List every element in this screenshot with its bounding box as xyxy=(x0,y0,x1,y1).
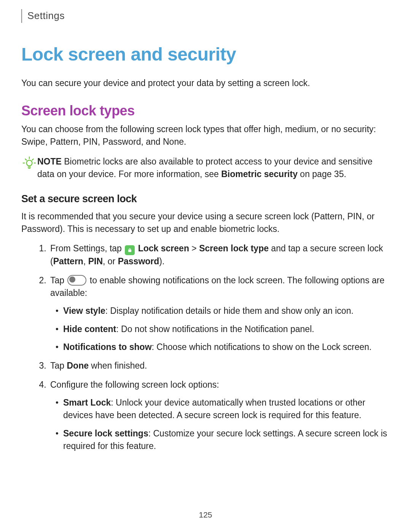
step4-a: Configure the following screen lock opti… xyxy=(50,380,219,390)
list-item: Secure lock settings: Customize your sec… xyxy=(63,427,390,453)
step1-password: Password xyxy=(118,256,159,266)
step1-pin: PIN xyxy=(88,256,103,266)
lightbulb-icon xyxy=(21,155,37,169)
breadcrumb-container: Settings xyxy=(21,9,390,23)
step1-c: > xyxy=(189,243,199,253)
opt-label: View style xyxy=(63,306,105,316)
subsection-heading: Set a secure screen lock xyxy=(21,192,390,206)
lock-icon xyxy=(125,245,135,255)
step1-k: ). xyxy=(159,256,164,266)
list-item: View style: Display notification details… xyxy=(63,305,390,317)
subsection-desc: It is recommended that you secure your d… xyxy=(21,210,390,236)
step1-i: , or xyxy=(103,256,118,266)
step3-done: Done xyxy=(67,361,89,371)
step-3: Tap Done when finished. xyxy=(49,359,390,372)
section-desc: You can choose from the following screen… xyxy=(21,123,390,149)
list-item: Hide content: Do not show notifications … xyxy=(63,323,390,335)
opt-desc: : Do not show notifications in the Notif… xyxy=(116,324,314,334)
svg-line-6 xyxy=(25,159,26,160)
step2-b: to enable showing notifications on the l… xyxy=(50,275,384,298)
step1-pattern: Pattern xyxy=(53,256,83,266)
step1-screenlocktype: Screen lock type xyxy=(199,243,269,253)
list-item: Notifications to show: Choose which noti… xyxy=(63,341,390,353)
step2-a: Tap xyxy=(50,275,67,285)
steps-list: From Settings, tap Lock screen > Screen … xyxy=(21,242,390,452)
breadcrumb: Settings xyxy=(27,9,65,23)
step-1: From Settings, tap Lock screen > Screen … xyxy=(49,242,390,268)
page-title: Lock screen and security xyxy=(21,41,390,68)
step-2: Tap to enable showing notifications on t… xyxy=(49,274,390,354)
step2-options: View style: Display notification details… xyxy=(50,305,390,353)
note-link[interactable]: Biometric security xyxy=(221,169,298,179)
opt-label: Smart Lock xyxy=(63,398,111,407)
note-part2: on page 35. xyxy=(298,169,346,179)
note-block: NOTE Biometric locks are also available … xyxy=(21,155,390,181)
step1-g: , xyxy=(83,256,88,266)
section-heading: Screen lock types xyxy=(21,101,390,121)
step3-a: Tap xyxy=(50,361,67,371)
step3-c: when finished. xyxy=(89,361,147,371)
opt-desc: : Choose which notifications to show on … xyxy=(152,342,372,352)
note-text: NOTE Biometric locks are also available … xyxy=(37,155,390,181)
opt-label: Notifications to show xyxy=(63,342,152,352)
opt-label: Secure lock settings xyxy=(63,428,148,438)
list-item: Smart Lock: Unlock your device automatic… xyxy=(63,396,390,422)
step1-a: From Settings, tap xyxy=(50,243,124,253)
svg-line-7 xyxy=(32,159,33,160)
step1-lockscreen: Lock screen xyxy=(135,243,189,253)
page-number: 125 xyxy=(0,509,411,521)
step4-options: Smart Lock: Unlock your device automatic… xyxy=(50,396,390,452)
intro-text: You can secure your device and protect y… xyxy=(21,77,390,89)
step-4: Configure the following screen lock opti… xyxy=(49,379,390,453)
opt-desc: : Display notification details or hide t… xyxy=(105,306,354,316)
toggle-icon xyxy=(67,275,86,286)
note-label: NOTE xyxy=(37,157,62,166)
svg-point-0 xyxy=(27,160,32,166)
opt-label: Hide content xyxy=(63,324,116,334)
